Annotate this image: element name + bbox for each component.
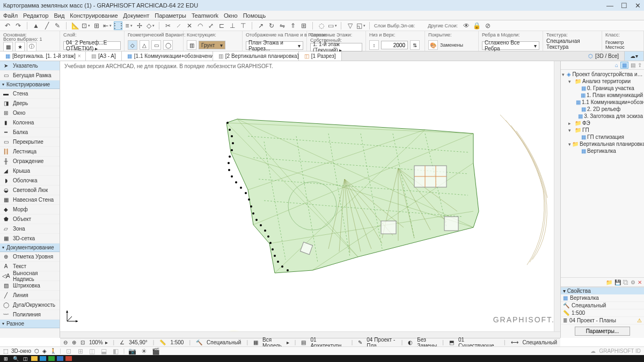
tree-node[interactable]: ▾📁Вертикальная планировка: [562, 141, 643, 147]
zoom-out-icon[interactable]: ⊖: [63, 339, 68, 345]
resize-icon[interactable]: ⤢: [207, 21, 215, 30]
geom-opt4-icon[interactable]: ◯: [163, 40, 173, 50]
adjust-icon[interactable]: ⟋: [174, 21, 183, 30]
tool-arc[interactable]: ◯Дуга/Окружность: [0, 300, 60, 310]
edges-dropdown[interactable]: Сглажено Все Ребра▾: [482, 41, 539, 50]
geom-opt1-icon[interactable]: ◇: [128, 40, 137, 50]
cloud-icon[interactable]: ☁▾: [625, 51, 644, 61]
info-icon[interactable]: ⓘ: [27, 42, 36, 51]
tool-stair[interactable]: 🪜Лестница: [0, 147, 60, 157]
scale-value[interactable]: 1:500: [170, 339, 184, 345]
spacing-icon[interactable]: ≡: [125, 21, 133, 30]
rotate-icon[interactable]: ↻: [267, 21, 276, 30]
tool-mesh[interactable]: ▦3D-сетка: [0, 234, 60, 243]
tool-window[interactable]: ⊞Окно: [0, 108, 60, 118]
tool-label[interactable]: ◁AВыносная Надпись: [0, 271, 60, 281]
app3-icon[interactable]: [57, 356, 63, 361]
view3d-icon[interactable]: ⬚: [3, 348, 8, 354]
menu-options[interactable]: Параметры: [155, 12, 186, 19]
menu-design[interactable]: Конструирование: [70, 12, 118, 19]
section-misc[interactable]: Разное: [0, 320, 60, 328]
reno-value[interactable]: Специальный: [207, 339, 241, 345]
section-document[interactable]: Документирование: [0, 243, 60, 252]
menu-teamwork[interactable]: Teamwork: [192, 12, 218, 19]
suspend-icon[interactable]: ◌: [317, 21, 326, 30]
tree-node[interactable]: ▾📁ГП: [562, 127, 643, 134]
tool-zone[interactable]: ▱Зона: [0, 224, 60, 234]
geom-opt2-icon[interactable]: △: [140, 40, 149, 50]
nav1-icon[interactable]: ⊡: [64, 347, 73, 356]
tool-roof[interactable]: ◢Крыша: [0, 166, 60, 176]
camera-icon[interactable]: 📷: [128, 347, 136, 356]
mesh-tool-icon[interactable]: ▦: [3, 42, 13, 51]
offset-icon[interactable]: ⊏: [217, 21, 226, 30]
intersect-icon[interactable]: ✕: [185, 21, 194, 30]
close-icon[interactable]: ✕: [635, 2, 641, 10]
fillet-icon[interactable]: ◠: [196, 21, 204, 30]
tool-morph[interactable]: ◆Морф: [0, 205, 60, 215]
tree-node[interactable]: ▾📁Анализ территории: [562, 78, 643, 85]
sun-icon[interactable]: ☀: [140, 347, 148, 356]
construction-icon[interactable]: ▥: [187, 40, 196, 50]
settings-icon[interactable]: ⚙: [631, 279, 635, 285]
perspective-icon[interactable]: ◈: [42, 348, 47, 354]
redo-icon[interactable]: ↷: [14, 21, 23, 30]
minimize-icon[interactable]: —: [606, 2, 613, 10]
menu-file[interactable]: Файл: [3, 12, 18, 19]
render-icon[interactable]: 🎬: [151, 347, 160, 356]
app1-icon[interactable]: [40, 356, 46, 361]
mirror-icon[interactable]: ⇋: [278, 21, 287, 30]
nav-viewmap-icon[interactable]: ▦: [620, 62, 628, 69]
tab-section[interactable]: ◫ [1 Разрез]: [299, 51, 342, 61]
nav-project-icon[interactable]: ⌂: [615, 62, 618, 68]
nav2-icon[interactable]: ⊞: [76, 347, 85, 356]
tree-node[interactable]: ▦1. План коммуникаций: [562, 92, 643, 99]
nav4-icon[interactable]: ⬓: [100, 347, 108, 356]
favorite-icon[interactable]: ★: [15, 42, 25, 51]
split-icon[interactable]: ✂: [164, 21, 172, 30]
line-icon[interactable]: ╱: [42, 21, 51, 30]
maximize-icon[interactable]: ☐: [621, 2, 627, 10]
drawing-canvas[interactable]: Учебная версия ARCHICAD, не для продажи.…: [60, 61, 560, 338]
save-view-icon[interactable]: 💾: [614, 279, 621, 285]
extend-icon[interactable]: ⊤: [239, 21, 247, 30]
trim-icon[interactable]: ⊥: [228, 21, 237, 30]
tab-a3[interactable]: ▤ [A3 - A]: [86, 51, 122, 61]
zoom-value[interactable]: 100%: [89, 339, 103, 345]
tool-wall[interactable]: ▬Стена: [0, 89, 60, 99]
layer-lock-icon[interactable]: 🔒: [473, 21, 481, 30]
fit-icon[interactable]: ◱: [356, 21, 365, 30]
explorer-icon[interactable]: [31, 356, 38, 361]
edit-icon[interactable]: ✎: [53, 21, 62, 30]
angle-value[interactable]: 345,90°: [129, 339, 148, 345]
section-construct[interactable]: Конструирование: [0, 80, 60, 89]
snap-icon[interactable]: ⊡: [82, 21, 90, 30]
app4-icon[interactable]: [65, 356, 72, 361]
tool-fill[interactable]: ▨Штриховка: [0, 281, 60, 291]
tool-curtain[interactable]: ▦Навесная Стена: [0, 195, 60, 205]
tool-polyline[interactable]: 〰Полилиния: [0, 310, 60, 320]
elevate-icon[interactable]: ⇑: [289, 21, 297, 30]
tool-marquee[interactable]: ▭ Бегущая Рамка: [0, 71, 60, 80]
tree-node[interactable]: ▦2. 2D рельеф: [562, 106, 643, 113]
tool-slab[interactable]: ▭Перекрытие: [0, 137, 60, 147]
cloud2-icon[interactable]: ☁: [590, 348, 596, 354]
properties-head[interactable]: ▾ Свойства: [561, 287, 644, 294]
height-link-icon[interactable]: ⇅: [410, 40, 420, 50]
delete-icon[interactable]: ✕: [638, 279, 642, 285]
nav-layout-icon[interactable]: ▤: [631, 62, 635, 68]
construction-dropdown[interactable]: Грунт▾: [199, 41, 225, 49]
new-folder-icon[interactable]: 📁: [606, 279, 612, 285]
measure-icon[interactable]: 📐: [71, 21, 79, 30]
geom-opt3-icon[interactable]: ▭: [151, 40, 161, 50]
walk-icon[interactable]: 🚶: [50, 348, 56, 354]
tab-vertical-plan[interactable]: ▥ [2 Вертикальная планировка]: [213, 51, 299, 61]
search-icon[interactable]: 🔍: [12, 356, 19, 361]
tree-node[interactable]: ▦Вертикалка: [562, 147, 643, 154]
height-input[interactable]: [381, 41, 408, 49]
tab-communications[interactable]: ▦ [1.1 Коммуникации+обозначени...: [122, 51, 213, 61]
scrollbar-vertical[interactable]: [554, 61, 560, 331]
zoom-in-icon[interactable]: ⊕: [72, 339, 76, 345]
tree-node[interactable]: ▦ГП стилизация: [562, 134, 643, 141]
tree-root[interactable]: ▾ ◈ Проект благоустройства и озеленения: [562, 71, 643, 78]
